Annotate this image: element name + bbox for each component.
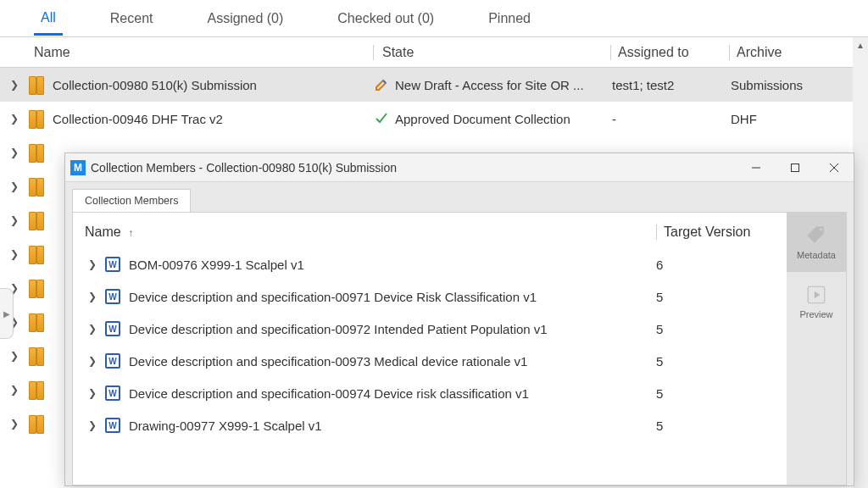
member-row[interactable]: ❯ Drawing-00977 X999-1 Scalpel v1 5 <box>85 409 775 441</box>
window-titlebar[interactable]: M Collection Members - Collection-00980 … <box>65 153 854 182</box>
member-target-version: 5 <box>656 386 775 401</box>
member-row[interactable]: ❯ Device description and specification-0… <box>85 313 775 345</box>
expand-chevron-icon[interactable]: ❯ <box>0 384 29 396</box>
table-row[interactable]: ❯ Collection-00980 510(k) Submission New… <box>0 68 868 102</box>
member-name: Device description and specification-009… <box>129 354 656 369</box>
sidepanel-metadata-label: Metadata <box>797 250 836 260</box>
word-document-icon <box>105 257 120 272</box>
expand-chevron-icon[interactable]: ❯ <box>0 214 29 226</box>
sidepanel-metadata-button[interactable]: Metadata <box>787 213 846 272</box>
tab-recent[interactable]: Recent <box>103 3 160 34</box>
window-title: Collection Members - Collection-00980 51… <box>91 161 737 175</box>
expand-chevron-icon[interactable]: ❯ <box>0 418 29 430</box>
word-document-icon <box>105 385 120 401</box>
collection-folder-icon <box>29 381 44 398</box>
tab-collection-members[interactable]: Collection Members <box>72 189 191 212</box>
member-target-version: 6 <box>656 258 775 272</box>
members-column-headers: Name ↑ Target Version <box>85 221 775 248</box>
row-name: Collection-00980 510(k) Submission <box>53 78 375 92</box>
member-target-version: 5 <box>656 419 775 433</box>
preview-icon <box>805 284 827 306</box>
member-row[interactable]: ❯ BOM-00976 X999-1 Scalpel v1 6 <box>85 248 775 280</box>
word-document-icon <box>105 289 120 304</box>
collection-folder-icon <box>29 76 44 93</box>
expand-chevron-icon[interactable]: ❯ <box>0 180 29 192</box>
collection-folder-icon <box>29 110 44 127</box>
sidebar-expand-handle[interactable]: ▶ <box>0 288 14 339</box>
filter-tabs: All Recent Assigned (0) Checked out (0) … <box>0 0 868 37</box>
col-target-version[interactable]: Target Version <box>656 225 775 240</box>
col-archive[interactable]: Archive <box>729 45 829 60</box>
row-state-text: New Draft - Access for Site OR ... <box>395 78 584 92</box>
collection-folder-icon <box>29 212 44 229</box>
scroll-up-icon[interactable]: ▲ <box>853 37 868 53</box>
col-state[interactable]: State <box>373 45 610 60</box>
collection-folder-icon <box>29 347 44 364</box>
expand-chevron-icon[interactable]: ❯ <box>85 258 100 270</box>
window-minimize-button[interactable] <box>737 153 776 182</box>
edit-state-icon <box>375 78 388 92</box>
expand-chevron-icon[interactable]: ❯ <box>0 147 29 158</box>
collection-folder-icon <box>29 313 44 330</box>
sort-asc-icon: ↑ <box>128 227 133 239</box>
row-state: Approved Document Collection <box>375 112 612 126</box>
row-state: New Draft - Access for Site OR ... <box>375 78 612 92</box>
tag-icon <box>805 225 827 247</box>
row-assigned: - <box>612 112 731 126</box>
word-document-icon <box>105 321 120 336</box>
svg-rect-1 <box>792 164 799 171</box>
expand-chevron-icon[interactable]: ❯ <box>85 291 100 302</box>
member-name: Device description and specification-009… <box>129 386 656 401</box>
table-row[interactable]: ❯ Collection-00946 DHF Trac v2 Approved … <box>0 102 868 136</box>
tab-checkedout[interactable]: Checked out (0) <box>331 3 441 34</box>
collection-folder-icon <box>29 280 44 297</box>
minimize-icon <box>751 163 761 173</box>
member-name: Device description and specification-009… <box>129 322 656 336</box>
member-row[interactable]: ❯ Device description and specification-0… <box>85 280 775 313</box>
collection-folder-icon <box>29 178 44 195</box>
tab-pinned[interactable]: Pinned <box>481 3 537 34</box>
check-state-icon <box>375 112 388 125</box>
sidepanel-preview-button[interactable]: Preview <box>787 272 846 331</box>
close-icon <box>829 163 839 173</box>
collection-members-window: M Collection Members - Collection-00980 … <box>64 152 854 486</box>
vertical-scrollbar[interactable]: ▲ <box>853 37 868 488</box>
window-close-button[interactable] <box>815 153 854 182</box>
expand-chevron-icon[interactable]: ❯ <box>85 387 100 399</box>
member-name: Device description and specification-009… <box>129 290 656 304</box>
member-row[interactable]: ❯ Device description and specification-0… <box>85 345 775 377</box>
sidepanel-preview-label: Preview <box>799 309 832 319</box>
collection-folder-icon <box>29 246 44 263</box>
expand-chevron-icon[interactable]: ❯ <box>0 113 29 125</box>
app-icon: M <box>70 160 86 175</box>
member-target-version: 5 <box>656 354 775 369</box>
word-document-icon <box>105 353 120 369</box>
col-name[interactable]: Name <box>34 45 373 60</box>
window-maximize-button[interactable] <box>776 153 815 182</box>
member-name: Drawing-00977 X999-1 Scalpel v1 <box>129 419 656 433</box>
member-target-version: 5 <box>656 290 775 304</box>
row-state-text: Approved Document Collection <box>395 112 570 126</box>
expand-chevron-icon[interactable]: ❯ <box>85 323 100 335</box>
expand-chevron-icon[interactable]: ❯ <box>0 350 29 362</box>
tab-assigned[interactable]: Assigned (0) <box>200 3 290 34</box>
word-document-icon <box>105 418 120 433</box>
col-assigned[interactable]: Assigned to <box>610 45 729 60</box>
grid-column-headers: Name State Assigned to Archive <box>0 37 868 68</box>
collection-folder-icon <box>29 415 44 432</box>
row-archive: Submissions <box>731 78 831 92</box>
row-archive: DHF <box>731 112 831 126</box>
expand-chevron-icon[interactable]: ❯ <box>0 79 29 91</box>
member-row[interactable]: ❯ Device description and specification-0… <box>85 377 775 409</box>
member-name: BOM-00976 X999-1 Scalpel v1 <box>129 258 656 272</box>
collection-folder-icon <box>29 144 44 161</box>
tab-all[interactable]: All <box>34 2 63 36</box>
expand-chevron-icon[interactable]: ❯ <box>0 248 29 260</box>
member-target-version: 5 <box>656 322 775 336</box>
col-member-name[interactable]: Name <box>85 225 121 239</box>
maximize-icon <box>790 163 800 173</box>
expand-chevron-icon[interactable]: ❯ <box>85 355 100 367</box>
expand-chevron-icon[interactable]: ❯ <box>85 419 100 431</box>
row-name: Collection-00946 DHF Trac v2 <box>53 112 375 126</box>
row-assigned: test1; test2 <box>612 78 731 92</box>
